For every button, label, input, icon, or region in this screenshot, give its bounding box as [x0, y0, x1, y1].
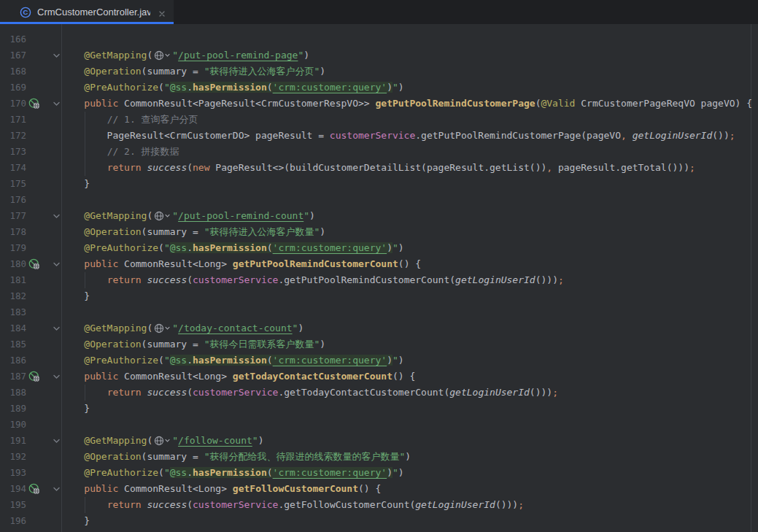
code-token: .getPutPoolRemindCustomerPage(pageVO: [415, 130, 621, 141]
code-token: ): [398, 355, 404, 366]
endpoint-gutter-icon[interactable]: [28, 98, 40, 109]
code-editor[interactable]: 166167 @GetMapping("/put-pool-remind-pag…: [0, 24, 758, 532]
code-line-text[interactable]: // 2. 拼接数据: [61, 144, 179, 160]
code-line-text[interactable]: return success(new PageResult<>(buildCus…: [61, 160, 695, 176]
code-line: 180 public CommonResult<Long> getPutPool…: [0, 256, 758, 272]
code-token: [61, 146, 107, 157]
code-token: ;: [730, 130, 735, 141]
code-token: @PreAuthorize: [61, 82, 158, 93]
code-line-text[interactable]: }: [61, 513, 90, 529]
code-line-text[interactable]: return success(customerService.getTodayC…: [61, 385, 558, 401]
code-token: (: [158, 82, 164, 93]
code-token: ;: [518, 499, 524, 510]
fold-chevron-icon[interactable]: [53, 373, 61, 381]
code-line: 167 @GetMapping("/put-pool-remind-page"): [0, 47, 758, 63]
code-token: @Operation: [61, 66, 142, 77]
code-token: @GetMapping: [61, 323, 147, 334]
code-line-text[interactable]: return success(customerService.getFollow…: [61, 497, 524, 513]
code-token: @Operation: [61, 451, 142, 462]
code-token: @PreAuthorize: [61, 467, 158, 478]
code-line-text[interactable]: @PreAuthorize("@ss.hasPermission('crm:cu…: [61, 80, 404, 96]
code-token: ,: [546, 162, 552, 173]
code-line-text[interactable]: @Operation(summary = "获得分配给我、待跟进的线索数量的客户…: [61, 449, 411, 465]
code-token: "获得待进入公海客户分页": [204, 66, 320, 77]
code-token: (: [267, 242, 273, 253]
line-number: 172: [0, 128, 26, 144]
code-token: ": [172, 435, 178, 446]
endpoint-gutter-icon[interactable]: [28, 371, 40, 382]
code-line-text[interactable]: public CommonResult<Long> getFollowCusto…: [61, 481, 381, 497]
code-token: ): [398, 467, 404, 478]
code-token: ": [164, 355, 170, 366]
code-line-text[interactable]: }: [61, 288, 90, 304]
code-token: ;: [689, 162, 695, 173]
code-line-text[interactable]: public CommonResult<PageResult<CrmCustom…: [61, 96, 752, 112]
code-line-text[interactable]: @GetMapping("/put-pool-remind-count"): [61, 208, 315, 224]
code-line-text[interactable]: }: [61, 401, 90, 417]
code-line-text[interactable]: PageResult<CrmCustomerDO> pageResult = c…: [61, 128, 735, 144]
line-number: 184: [0, 320, 26, 336]
code-line-text[interactable]: @GetMapping("/today-contact-count"): [61, 320, 303, 336]
code-line-text[interactable]: @Operation(summary = "获得今日需联系客户数量"): [61, 336, 325, 352]
code-token: public: [84, 258, 124, 269]
code-token: @ss: [170, 467, 187, 478]
code-line-text[interactable]: @PreAuthorize("@ss.hasPermission('crm:cu…: [61, 465, 404, 481]
code-token: getTodayContactCustomerCount: [233, 371, 392, 382]
code-line-text[interactable]: @PreAuthorize("@ss.hasPermission('crm:cu…: [61, 352, 404, 369]
code-line: 195 return success(customerService.getFo…: [0, 497, 758, 513]
code-token: hasPermission: [193, 242, 267, 253]
line-number: 175: [0, 176, 26, 192]
code-token: ": [392, 82, 398, 93]
code-token: (: [147, 50, 152, 61]
editor-tab[interactable]: C CrmCustomerController.java: [0, 0, 174, 24]
code-token: (: [187, 499, 193, 510]
fold-chevron-icon[interactable]: [53, 325, 61, 333]
close-icon[interactable]: [158, 8, 166, 17]
code-line-text[interactable]: @PreAuthorize("@ss.hasPermission('crm:cu…: [61, 240, 404, 256]
code-line-text[interactable]: public CommonResult<Long> getTodayContac…: [61, 369, 415, 385]
code-line-text[interactable]: // 1. 查询客户分页: [61, 112, 198, 128]
code-token: (summary =: [142, 451, 204, 462]
fold-chevron-icon[interactable]: [53, 212, 61, 220]
line-number: 171: [0, 112, 26, 128]
fold-chevron-icon[interactable]: [53, 485, 61, 493]
code-token: ): [320, 339, 325, 350]
code-token: ;: [552, 387, 558, 398]
svg-text:C: C: [23, 8, 28, 16]
fold-chevron-icon[interactable]: [53, 52, 61, 60]
code-token: public: [84, 371, 124, 382]
code-line-text[interactable]: @Operation(summary = "获得待进入公海客户分页"): [61, 63, 325, 80]
code-line: 189 }: [0, 401, 758, 417]
java-class-icon: C: [20, 7, 31, 18]
line-number: 167: [0, 47, 26, 63]
code-token: [61, 114, 107, 125]
code-line-text[interactable]: return success(customerService.getPutPoo…: [61, 272, 564, 288]
code-token: ): [309, 210, 315, 221]
code-token: public: [84, 98, 124, 109]
code-token: (: [187, 274, 193, 285]
code-line: 186 @PreAuthorize("@ss.hasPermission('cr…: [0, 352, 758, 369]
code-line: 187 public CommonResult<Long> getTodayCo…: [0, 369, 758, 385]
endpoint-gutter-icon[interactable]: [28, 483, 40, 495]
code-token: // 2. 拼接数据: [107, 146, 179, 157]
code-token: ": [392, 242, 398, 253]
code-token: @GetMapping: [61, 50, 147, 61]
code-line: 193 @PreAuthorize("@ss.hasPermission('cr…: [0, 465, 758, 481]
code-line-text[interactable]: @Operation(summary = "获得待进入公海客户数量"): [61, 224, 325, 240]
code-token: ): [320, 226, 325, 237]
endpoint-gutter-icon[interactable]: [28, 258, 40, 270]
line-number: 177: [0, 208, 26, 224]
line-number: 170: [0, 96, 26, 112]
fold-chevron-icon[interactable]: [53, 261, 61, 269]
line-number: 189: [0, 401, 26, 417]
line-number: 195: [0, 497, 26, 513]
code-token: getLoginUserId: [449, 387, 530, 398]
code-line: 178 @Operation(summary = "获得待进入公海客户数量"): [0, 224, 758, 240]
fold-chevron-icon[interactable]: [53, 100, 61, 108]
code-line-text[interactable]: @GetMapping("/put-pool-remind-page"): [61, 47, 309, 63]
fold-chevron-icon[interactable]: [53, 437, 61, 445]
code-line: 171 // 1. 查询客户分页: [0, 112, 758, 128]
code-line-text[interactable]: @GetMapping("/follow-count"): [61, 433, 263, 449]
code-line-text[interactable]: }: [61, 176, 90, 192]
code-line-text[interactable]: public CommonResult<Long> getPutPoolRemi…: [61, 256, 421, 272]
